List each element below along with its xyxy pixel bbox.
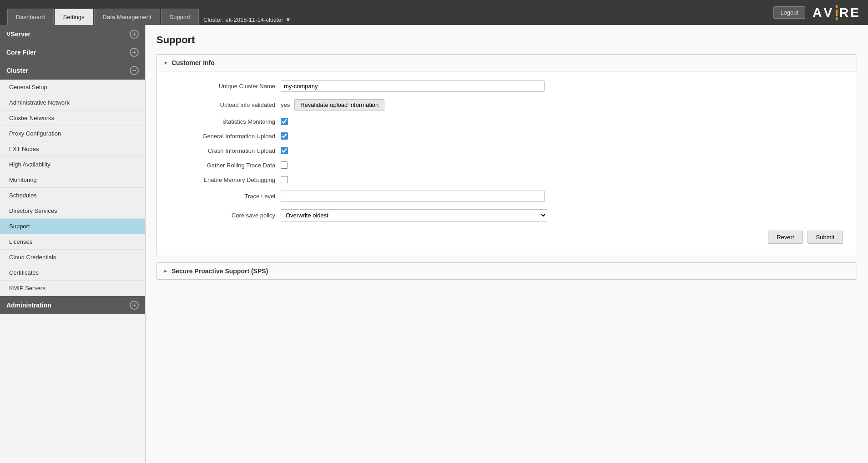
general-info-upload-checkbox[interactable] <box>281 132 288 140</box>
crash-info-upload-checkbox[interactable] <box>281 147 288 154</box>
sidebar-item-cluster-networks[interactable]: Cluster Networks <box>0 111 145 126</box>
core-filer-label: Core Filer <box>6 49 36 56</box>
crash-info-upload-row: Crash Information Upload <box>171 147 843 154</box>
sps-title: Secure Proactive Support (SPS) <box>172 267 268 275</box>
customer-info-header[interactable]: ▼ Customer Info <box>157 55 857 71</box>
unique-cluster-name-label: Unique Cluster Name <box>171 83 275 90</box>
sps-triangle: ▼ <box>163 269 168 273</box>
nav-tabs: Dashboard Settings Data Management Suppo… <box>7 0 295 25</box>
vserver-add-icon[interactable]: + <box>130 30 139 39</box>
vserver-label: VServer <box>6 30 30 38</box>
sps-panel: ▼ Secure Proactive Support (SPS) <box>156 262 857 280</box>
sidebar-item-monitoring[interactable]: Monitoring <box>0 172 145 188</box>
tab-support[interactable]: Support <box>161 9 199 25</box>
sidebar-item-kmip-servers[interactable]: KMIP Servers <box>0 281 145 296</box>
logo-accent-bar <box>836 5 838 20</box>
sidebar-item-cloud-credentials[interactable]: Cloud Credentials <box>0 250 145 265</box>
sps-header[interactable]: ▼ Secure Proactive Support (SPS) <box>157 263 857 279</box>
logout-button[interactable]: Logout <box>773 6 805 19</box>
core-save-policy-row: Core save policy Overwrite oldest Keep n… <box>171 209 843 221</box>
unique-cluster-name-input[interactable] <box>281 81 545 92</box>
topbar: Dashboard Settings Data Management Suppo… <box>0 0 868 25</box>
page-title: Support <box>156 34 857 46</box>
cluster-minus-icon[interactable]: − <box>130 66 139 75</box>
sidebar-section-core-filer[interactable]: Core Filer + <box>0 43 145 61</box>
sidebar-item-schedules[interactable]: Schedules <box>0 188 145 203</box>
sidebar-section-administration[interactable]: Administration + <box>0 296 145 314</box>
sidebar-section-cluster[interactable]: Cluster − <box>0 61 145 80</box>
upload-info-label: Upload info validated <box>171 101 275 108</box>
sidebar-item-proxy-configuration[interactable]: Proxy Configuration <box>0 126 145 141</box>
avere-logo: A V R E <box>812 5 861 20</box>
customer-info-body: Unique Cluster Name Upload info validate… <box>157 71 857 255</box>
tab-settings[interactable]: Settings <box>55 9 93 25</box>
revert-button[interactable]: Revert <box>768 231 802 244</box>
sidebar-section-vserver[interactable]: VServer + <box>0 25 145 43</box>
enable-memory-debugging-checkbox[interactable] <box>281 176 288 183</box>
cluster-items: General Setup Administrative Network Clu… <box>0 80 145 296</box>
trace-level-label: Trace Level <box>171 193 275 200</box>
sidebar-item-support[interactable]: Support <box>0 219 145 234</box>
cluster-selector[interactable]: Cluster: ek-2018-11-14-cluster ▼ <box>200 15 294 25</box>
statistics-monitoring-checkbox[interactable] <box>281 118 288 125</box>
tab-dashboard[interactable]: Dashboard <box>7 9 54 25</box>
sidebar-item-certificates[interactable]: Certificates <box>0 265 145 281</box>
sidebar-item-administrative-network[interactable]: Administrative Network <box>0 95 145 111</box>
unique-cluster-name-row: Unique Cluster Name <box>171 81 843 92</box>
upload-validated-group: yes Revalidate upload information <box>281 99 384 111</box>
trace-level-input[interactable] <box>281 191 545 202</box>
main-layout: VServer + Core Filer + Cluster − General… <box>0 25 868 463</box>
sidebar-item-fxt-nodes[interactable]: FXT Nodes <box>0 141 145 157</box>
statistics-monitoring-row: Statistics Monitoring <box>171 118 843 125</box>
customer-info-title: Customer Info <box>172 59 215 66</box>
tab-data-management[interactable]: Data Management <box>94 9 160 25</box>
content-area: Support ▼ Customer Info Unique Cluster N… <box>146 25 868 463</box>
enable-memory-debugging-row: Enable Memory Debugging <box>171 176 843 183</box>
sidebar-item-directory-services[interactable]: Directory Services <box>0 203 145 219</box>
customer-info-panel: ▼ Customer Info Unique Cluster Name Uplo… <box>156 54 857 255</box>
core-save-policy-label: Core save policy <box>171 212 275 219</box>
upload-info-row: Upload info validated yes Revalidate upl… <box>171 99 843 111</box>
gather-rolling-trace-checkbox[interactable] <box>281 161 288 169</box>
core-filer-add-icon[interactable]: + <box>130 48 139 57</box>
sidebar-item-high-availability[interactable]: High Availability <box>0 157 145 172</box>
administration-label: Administration <box>6 302 51 309</box>
form-actions: Revert Submit <box>171 231 843 244</box>
crash-info-upload-label: Crash Information Upload <box>171 147 275 154</box>
cluster-label: Cluster <box>6 67 28 74</box>
gather-rolling-trace-label: Gather Rolling Trace Data <box>171 162 275 169</box>
topbar-right: Logout A V R E <box>773 5 861 20</box>
sidebar-item-general-setup[interactable]: General Setup <box>0 80 145 95</box>
enable-memory-debugging-label: Enable Memory Debugging <box>171 176 275 183</box>
sidebar-item-licenses[interactable]: Licenses <box>0 234 145 250</box>
general-info-upload-row: General Information Upload <box>171 132 843 140</box>
customer-info-triangle: ▼ <box>163 60 168 65</box>
trace-level-row: Trace Level <box>171 191 843 202</box>
gather-rolling-trace-row: Gather Rolling Trace Data <box>171 161 843 169</box>
submit-button[interactable]: Submit <box>807 231 843 244</box>
sidebar: VServer + Core Filer + Cluster − General… <box>0 25 146 463</box>
statistics-monitoring-label: Statistics Monitoring <box>171 118 275 125</box>
revalidate-button[interactable]: Revalidate upload information <box>294 99 384 111</box>
administration-add-icon[interactable]: + <box>130 301 139 310</box>
core-save-policy-select[interactable]: Overwrite oldest Keep newest Disabled <box>281 209 547 221</box>
upload-validated-value: yes <box>281 101 290 108</box>
general-info-upload-label: General Information Upload <box>171 133 275 140</box>
